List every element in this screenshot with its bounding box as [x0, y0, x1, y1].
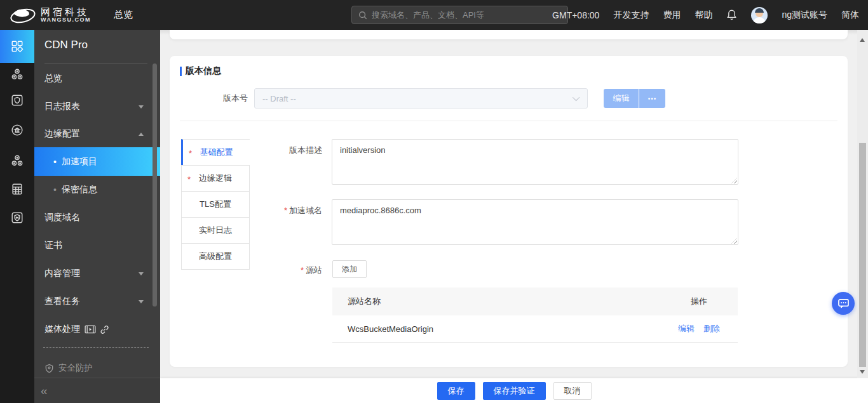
table-row: WcsBucketMediaOrigin 编辑 删除	[332, 315, 738, 343]
topnav-dev-support[interactable]: 开发支持	[613, 10, 649, 21]
sidebar-item-edge-config[interactable]: 边缘配置	[34, 120, 160, 148]
action-footer: 保存 保存并验证 取消	[160, 378, 868, 403]
sidebar-scrollbar-thumb[interactable]	[153, 63, 157, 307]
accelerated-domain-textarea[interactable]: mediaproc.8686c.com	[332, 199, 738, 245]
sidebar-item-media-processing[interactable]: 媒体处理	[34, 315, 160, 343]
section-accent-bar	[180, 67, 182, 76]
origin-table-header: 源站名称 操作	[332, 287, 738, 315]
rail-item-apps[interactable]	[0, 30, 34, 63]
calculator-icon	[10, 182, 24, 196]
sidebar-item-certificates[interactable]: 证书	[34, 232, 160, 260]
version-select-value: -- Draft --	[262, 94, 296, 103]
required-mark: *	[187, 175, 191, 184]
scroll-down-arrow-icon[interactable]	[860, 370, 865, 376]
version-info-card: 版本信息 版本号 -- Draft -- 编辑 ••• * 基础配置 * 边缘逻…	[170, 56, 848, 367]
sidebar-footer: «	[34, 378, 160, 403]
bank-circle-icon	[10, 123, 24, 137]
wangsu-logo[interactable]: 网宿科技 WANGSU.COM	[9, 5, 91, 25]
more-actions-button[interactable]: •••	[639, 89, 665, 108]
origin-name-cell: WcsBucketMediaOrigin	[332, 324, 678, 334]
scroll-up-arrow-icon[interactable]	[860, 36, 865, 42]
cluster-icon	[10, 154, 24, 168]
divider-dashed	[43, 347, 149, 348]
origin-table: 源站名称 操作 WcsBucketMediaOrigin 编辑 删除	[332, 287, 738, 343]
topnav-overview[interactable]: 总览	[114, 9, 133, 21]
cancel-button[interactable]: 取消	[553, 382, 592, 400]
sidebar-item-content-management[interactable]: 内容管理	[34, 260, 160, 287]
apps-grid-icon	[10, 39, 24, 53]
chevron-down-icon	[139, 105, 144, 111]
rail-item-protection[interactable]	[0, 204, 34, 232]
row-delete-link[interactable]: 删除	[703, 323, 720, 334]
main-scrollbar-thumb[interactable]	[859, 143, 866, 367]
sidebar-item-view-tasks[interactable]: 查看任务	[34, 287, 160, 315]
media-video-icon	[85, 325, 96, 334]
link-icon[interactable]	[100, 325, 109, 334]
sidebar-item-overview[interactable]: 总览	[34, 65, 160, 93]
section-title: 版本信息	[186, 65, 221, 77]
shield-square-icon	[10, 93, 24, 107]
rail-item-billing-calc[interactable]	[0, 175, 34, 203]
divider	[44, 63, 147, 64]
version-number-label: 版本号	[170, 93, 248, 104]
language-switch[interactable]: 简体	[841, 10, 859, 21]
save-button[interactable]: 保存	[437, 382, 475, 400]
col-actions: 操作	[691, 296, 738, 307]
version-select[interactable]: -- Draft --	[254, 88, 588, 109]
required-mark: *	[301, 265, 304, 275]
sidebar-item-acceleration-projects[interactable]: • 加速项目	[34, 147, 160, 176]
main-scrollbar[interactable]	[857, 30, 868, 378]
sidebar: CDN Pro 总览 日志报表 边缘配置 • 加速项目 • 保密信息 调度域名 …	[34, 30, 160, 403]
bullet-icon: •	[53, 157, 57, 167]
search-input[interactable]	[372, 10, 561, 20]
divider	[180, 121, 837, 121]
shield-badge-icon	[10, 211, 24, 225]
tab-realtime-log[interactable]: 实时日志	[181, 217, 250, 244]
wangsu-swoosh-icon	[9, 5, 37, 25]
config-tabs: * 基础配置 * 边缘逻辑 TLS配置 实时日志 高级配置	[181, 139, 250, 270]
save-and-validate-button[interactable]: 保存并验证	[483, 382, 546, 400]
rail-item-cdn[interactable]	[0, 60, 34, 88]
rail-item-platform[interactable]	[0, 116, 34, 144]
col-origin-name: 源站名称	[332, 296, 691, 307]
product-title: CDN Pro	[44, 39, 88, 51]
top-navbar: 网宿科技 WANGSU.COM 总览 GMT+08:00 开发支持 费用 帮助 …	[0, 0, 868, 30]
edit-version-button[interactable]: 编辑	[604, 89, 639, 108]
chevron-down-icon	[139, 300, 144, 306]
tab-edge-logic[interactable]: * 边缘逻辑	[181, 165, 250, 192]
timezone-label[interactable]: GMT+08:00	[552, 10, 599, 20]
chevron-down-icon	[139, 272, 144, 278]
support-chat-button[interactable]	[832, 292, 855, 315]
desc-label: 版本描述	[170, 145, 322, 156]
required-mark: *	[284, 206, 287, 215]
sidebar-item-scheduling-domains[interactable]: 调度域名	[34, 204, 160, 232]
logo-title: 网宿科技	[41, 7, 91, 17]
bullet-icon: •	[53, 185, 57, 195]
global-search[interactable]	[351, 6, 568, 24]
chat-bubble-icon	[837, 298, 850, 309]
sidebar-item-log-reports[interactable]: 日志报表	[34, 93, 160, 121]
rail-item-nodes[interactable]	[0, 147, 34, 175]
rail-item-security[interactable]	[0, 86, 34, 114]
previous-card-bottom	[170, 30, 848, 39]
logo-subtitle: WANGSU.COM	[41, 17, 91, 23]
user-avatar[interactable]	[751, 7, 768, 23]
sidebar-item-secrets[interactable]: • 保密信息	[34, 176, 160, 204]
row-edit-link[interactable]: 编辑	[678, 323, 695, 334]
version-description-textarea[interactable]: initialversion	[332, 139, 738, 185]
chevron-down-icon	[573, 94, 580, 101]
cluster-icon	[10, 67, 24, 81]
account-name[interactable]: ng测试账号	[782, 10, 827, 21]
product-icon-rail	[0, 30, 34, 403]
collapse-sidebar-button[interactable]: «	[41, 384, 48, 398]
topnav-help[interactable]: 帮助	[695, 10, 712, 21]
topnav-billing[interactable]: 费用	[663, 10, 681, 21]
search-icon	[358, 11, 367, 20]
security-shield-icon	[44, 364, 54, 373]
main-content: 版本信息 版本号 -- Draft -- 编辑 ••• * 基础配置 * 边缘逻…	[160, 30, 868, 403]
domain-label: *加速域名	[170, 205, 322, 216]
bell-icon[interactable]	[726, 9, 737, 21]
add-origin-button[interactable]: 添加	[332, 260, 367, 278]
origin-label: *源站	[170, 265, 322, 276]
chevron-up-icon	[139, 130, 144, 136]
